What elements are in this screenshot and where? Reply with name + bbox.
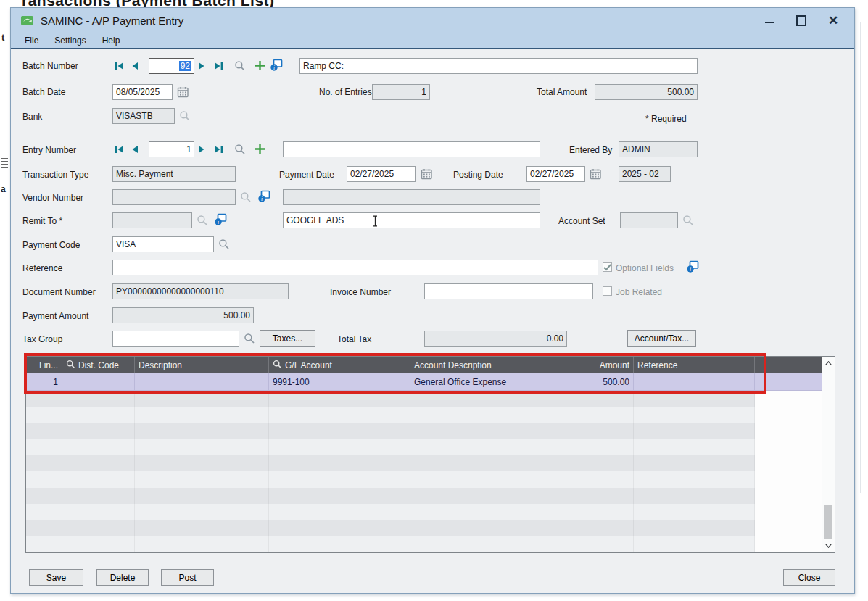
entry-number-field[interactable]: 1 xyxy=(149,141,194,157)
maximize-button[interactable] xyxy=(796,15,806,25)
grid-column-header[interactable]: Amount xyxy=(537,357,634,373)
grid-cell[interactable] xyxy=(537,391,634,407)
grid-cell[interactable] xyxy=(537,455,634,471)
scroll-down-icon[interactable] xyxy=(822,540,834,552)
grid-cell[interactable] xyxy=(26,536,62,552)
invoice-number-field[interactable] xyxy=(424,283,593,299)
grid-empty-row[interactable] xyxy=(26,520,822,536)
grid-cell[interactable]: 1 xyxy=(26,373,62,390)
grid-cell[interactable] xyxy=(62,391,135,407)
first-batch-button[interactable] xyxy=(115,62,124,70)
post-button[interactable]: Post xyxy=(161,569,214,586)
grid-column-header[interactable]: Lin... xyxy=(26,357,62,373)
bank-finder-icon[interactable] xyxy=(179,110,191,122)
last-batch-button[interactable] xyxy=(214,62,223,70)
last-entry-button[interactable] xyxy=(214,145,223,154)
grid-cell[interactable]: 9991-100 xyxy=(269,373,410,390)
grid-cell[interactable] xyxy=(537,407,634,423)
batch-drilldown-icon[interactable]: i xyxy=(270,59,283,71)
grid-cell[interactable] xyxy=(62,373,135,390)
grid-cell[interactable] xyxy=(62,471,135,487)
grid-empty-row[interactable] xyxy=(26,423,822,439)
grid-cell[interactable] xyxy=(537,423,634,439)
grid-row-selected[interactable]: 19991-100General Office Expense500.00 xyxy=(26,373,822,391)
entry-description-field[interactable] xyxy=(283,141,540,157)
posting-date-calendar-icon[interactable] xyxy=(590,168,602,180)
grid-cell[interactable] xyxy=(62,407,135,423)
grid-cell[interactable] xyxy=(269,455,410,471)
grid-cell[interactable] xyxy=(410,520,537,536)
grid-cell[interactable] xyxy=(26,455,62,471)
batch-number-field[interactable]: 92 xyxy=(149,58,194,74)
close-button[interactable]: Close xyxy=(783,569,835,586)
grid-cell[interactable] xyxy=(26,423,62,439)
grid-empty-row[interactable] xyxy=(26,407,822,423)
payment-code-field[interactable]: VISA xyxy=(112,236,214,252)
grid-column-header[interactable]: Reference xyxy=(634,357,755,373)
scrollbar-thumb[interactable] xyxy=(824,505,832,539)
new-entry-icon[interactable] xyxy=(255,144,265,154)
grid-cell[interactable] xyxy=(26,488,62,504)
grid-cell[interactable] xyxy=(634,504,755,520)
grid-cell[interactable] xyxy=(410,504,537,520)
grid-cell[interactable] xyxy=(26,504,62,520)
grid-cell[interactable] xyxy=(410,391,537,407)
grid-cell[interactable] xyxy=(269,504,410,520)
optional-fields-checkbox[interactable] xyxy=(603,262,612,272)
menu-file[interactable]: File xyxy=(17,34,46,47)
grid-cell[interactable] xyxy=(62,520,135,536)
grid-empty-row[interactable] xyxy=(26,455,822,471)
tax-group-field[interactable] xyxy=(112,331,239,347)
grid-empty-row[interactable] xyxy=(26,504,822,520)
payment-date-field[interactable]: 02/27/2025 xyxy=(347,166,416,182)
grid-empty-row[interactable] xyxy=(26,488,822,504)
grid-cell[interactable] xyxy=(269,423,410,439)
grid-cell[interactable] xyxy=(62,439,135,455)
grid-cell[interactable] xyxy=(26,407,62,423)
grid-cell[interactable] xyxy=(269,471,410,487)
grid-column-header[interactable]: G/L Account xyxy=(269,357,410,373)
remit-to-name-field[interactable]: GOOGLE ADS xyxy=(283,212,540,228)
grid-cell[interactable] xyxy=(269,407,410,423)
grid-cell[interactable] xyxy=(26,471,62,487)
grid-cell[interactable] xyxy=(62,536,135,552)
grid-cell[interactable]: 500.00 xyxy=(537,373,634,390)
grid-cell[interactable] xyxy=(62,455,135,471)
menu-help[interactable]: Help xyxy=(94,34,128,47)
batch-date-field[interactable]: 08/05/2025 xyxy=(112,84,173,100)
first-entry-button[interactable] xyxy=(115,145,124,154)
close-window-button[interactable]: ✕ xyxy=(828,15,838,25)
batch-date-calendar-icon[interactable] xyxy=(177,86,189,98)
grid-column-header[interactable]: Account Description xyxy=(410,357,537,373)
grid-cell[interactable] xyxy=(537,520,634,536)
vendor-drilldown-icon[interactable]: i xyxy=(258,190,270,202)
titlebar[interactable]: SAMINC - A/P Payment Entry ✕ xyxy=(11,8,854,33)
grid-column-header[interactable]: Dist. Code xyxy=(62,357,135,373)
previous-batch-button[interactable] xyxy=(131,62,139,70)
grid-cell[interactable] xyxy=(634,536,755,552)
menu-settings[interactable]: Settings xyxy=(46,34,94,47)
minimize-button[interactable] xyxy=(764,15,774,25)
next-entry-button[interactable] xyxy=(198,145,205,154)
grid-cell[interactable] xyxy=(269,520,410,536)
remit-to-drilldown-icon[interactable]: i xyxy=(215,213,227,225)
grid-cell[interactable] xyxy=(634,423,755,439)
grid-cell[interactable] xyxy=(410,455,537,471)
grid-cell[interactable] xyxy=(135,439,269,455)
next-batch-button[interactable] xyxy=(198,62,205,70)
grid-cell[interactable] xyxy=(269,439,410,455)
vendor-finder-icon[interactable] xyxy=(240,191,252,203)
grid-cell[interactable] xyxy=(410,439,537,455)
scroll-up-icon[interactable] xyxy=(822,357,834,369)
account-tax-button[interactable]: Account/Tax... xyxy=(627,330,696,347)
delete-button[interactable]: Delete xyxy=(96,569,149,586)
grid-column-header[interactable]: Description xyxy=(135,357,269,373)
grid-cell[interactable] xyxy=(62,423,135,439)
transaction-type-field[interactable]: Misc. Payment xyxy=(112,166,236,182)
grid-cell[interactable] xyxy=(634,455,755,471)
grid-cell[interactable] xyxy=(135,423,269,439)
grid-cell[interactable] xyxy=(26,520,62,536)
grid-cell[interactable] xyxy=(634,373,755,390)
new-batch-icon[interactable] xyxy=(255,60,265,71)
posting-date-field[interactable]: 02/27/2025 xyxy=(526,166,585,182)
